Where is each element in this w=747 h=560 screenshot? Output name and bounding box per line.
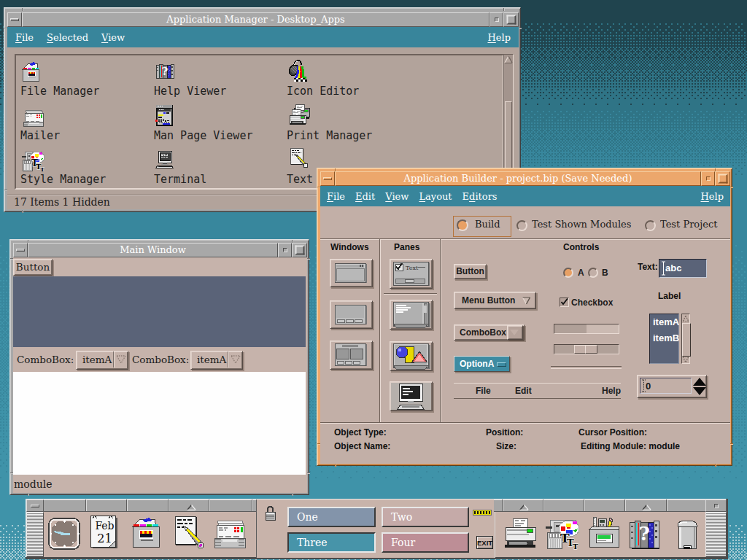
palette-text-pane[interactable] [390, 300, 433, 330]
spinbox-field[interactable]: 0 [640, 378, 692, 394]
clock[interactable] [48, 518, 80, 550]
sample-menu-help[interactable]: Help [602, 386, 621, 396]
style-manager-launcher[interactable]: T T T [546, 518, 580, 550]
spin-down-icon[interactable] [693, 387, 706, 395]
file-manager-launcher[interactable] [130, 518, 162, 550]
app-builder-titlebar[interactable]: Application Builder - project.bip (Save … [320, 171, 730, 186]
window-menu-dash-icon [16, 249, 25, 252]
printer-launcher[interactable] [503, 518, 539, 550]
app-builder-title[interactable]: Application Builder - project.bip (Save … [335, 171, 701, 186]
combobox-widget-arrow[interactable] [507, 325, 523, 340]
main-window-title[interactable]: Main Window [28, 243, 278, 257]
spinbox-widget[interactable]: 0 [637, 375, 707, 398]
workspace-1-button[interactable]: One [287, 507, 376, 527]
main-window-titlebar[interactable]: Main Window [13, 243, 307, 257]
list-item[interactable]: itemB [653, 332, 679, 343]
menu-view[interactable]: View [95, 32, 131, 43]
scroll-up-arrow[interactable] [504, 55, 513, 64]
workspace-4-button[interactable]: Four [382, 532, 469, 553]
radio-build[interactable] [457, 219, 468, 231]
spin-up-icon[interactable] [693, 378, 706, 386]
radio-a[interactable] [563, 268, 573, 278]
palette-term-pane[interactable] [390, 381, 433, 411]
panel-menu-button[interactable] [26, 499, 44, 512]
app-icon-label: Print Manager [287, 129, 372, 142]
menu-file[interactable]: File [9, 32, 40, 43]
checkbox-widget[interactable] [560, 298, 569, 307]
trash-launcher[interactable] [676, 519, 698, 550]
combo-arrow-icon [231, 355, 241, 364]
maximize-button[interactable] [715, 171, 730, 186]
app-manager-titlebar[interactable]: Application Manager - Desktop_Apps [7, 12, 519, 27]
menu-edit[interactable]: Edit [350, 191, 380, 202]
radio-test-shown-modules[interactable] [516, 220, 527, 231]
minimize-button[interactable] [278, 243, 292, 257]
workspace-2-button[interactable]: Two [382, 507, 469, 527]
panel-right-handle[interactable] [705, 512, 727, 557]
separator-widget [551, 366, 622, 369]
menu-file[interactable]: File [322, 191, 350, 202]
app-icon-cell[interactable]: Print Manager [287, 105, 414, 152]
combobox-2[interactable]: itemA [190, 351, 243, 370]
list-item[interactable]: itemA [653, 316, 679, 327]
help-viewer-icon: ? [155, 63, 174, 79]
menu-help[interactable]: Help [481, 32, 517, 43]
radio-test-project[interactable] [645, 220, 656, 231]
text-note-launcher[interactable] [171, 515, 205, 550]
minimize-button[interactable] [489, 12, 503, 27]
help-launcher[interactable]: ? [629, 518, 661, 550]
app-manager-title[interactable]: Application Manager - Desktop_Apps [22, 12, 489, 27]
palette-control-pane[interactable]: Text [390, 259, 433, 289]
list-widget[interactable]: itemA itemB [649, 314, 679, 364]
radio-b[interactable] [588, 268, 598, 278]
palette-file-dialog[interactable] [330, 341, 373, 370]
palette-draw-pane[interactable] [390, 341, 433, 371]
menu-help[interactable]: Help [695, 191, 729, 202]
calendar[interactable]: Feb 21 [90, 515, 119, 550]
scale-handle[interactable] [585, 345, 597, 354]
applications-launcher[interactable] [587, 516, 621, 550]
window-menu-button[interactable] [13, 243, 28, 257]
maximize-button[interactable] [292, 243, 307, 257]
status-editing-module: Editing Module: module [581, 441, 680, 451]
app-icon-cell[interactable]: Mailer [20, 105, 148, 152]
sample-menu-file[interactable]: File [476, 386, 491, 396]
list-scrollbar[interactable] [681, 314, 690, 364]
button-widget[interactable]: Button [13, 259, 53, 276]
subpanel-toggle-up-icon[interactable] [642, 505, 651, 510]
mailer-launcher[interactable] [212, 519, 247, 550]
subpanel-toggle-up-icon[interactable] [519, 505, 529, 510]
workspace-3-button[interactable]: Three [287, 532, 376, 553]
app-icon-cell[interactable]: Terminal [154, 149, 282, 195]
scrollbar-thumb[interactable] [682, 323, 691, 357]
lock-button[interactable] [265, 505, 276, 521]
app-icon-cell[interactable]: Icon Editor [287, 61, 414, 107]
menu-layout[interactable]: Layout [414, 191, 457, 202]
scale-widget[interactable] [554, 344, 619, 354]
menu-selected[interactable]: Selected [40, 32, 95, 43]
menu-view[interactable]: View [380, 191, 414, 202]
frame-notch [22, 210, 23, 213]
window-menu-button[interactable] [7, 12, 22, 27]
app-icon-cell[interactable]: Man Page Viewer [154, 105, 282, 152]
window-menu-button[interactable] [320, 171, 335, 186]
combobox-1[interactable]: itemA [76, 351, 128, 370]
button-widget[interactable]: Button [454, 264, 487, 279]
minimize-button[interactable] [701, 171, 715, 186]
menu-editors[interactable]: Editors [457, 191, 503, 202]
menu-button-widget[interactable]: Menu Button [454, 292, 536, 309]
exit-button[interactable]: EXIT [476, 536, 493, 549]
text-field[interactable]: abc [659, 259, 707, 278]
maximize-button[interactable] [503, 12, 519, 27]
subpanel-toggle-up-icon[interactable] [187, 505, 196, 510]
app-icon-cell[interactable]: T T T Style Manager [20, 149, 148, 195]
option-menu-widget[interactable]: OptionA [454, 356, 510, 372]
svg-text:?: ? [638, 523, 649, 545]
sample-menu-edit[interactable]: Edit [515, 386, 532, 396]
palette-dialog[interactable] [330, 300, 373, 329]
panel-minimize-button[interactable] [705, 499, 727, 512]
palette-main-window[interactable] [330, 259, 373, 287]
panel-left-handle[interactable] [26, 512, 44, 557]
app-icon-cell[interactable]: ? Help Viewer [154, 61, 282, 107]
app-icon-cell[interactable]: File Manager [20, 61, 148, 107]
